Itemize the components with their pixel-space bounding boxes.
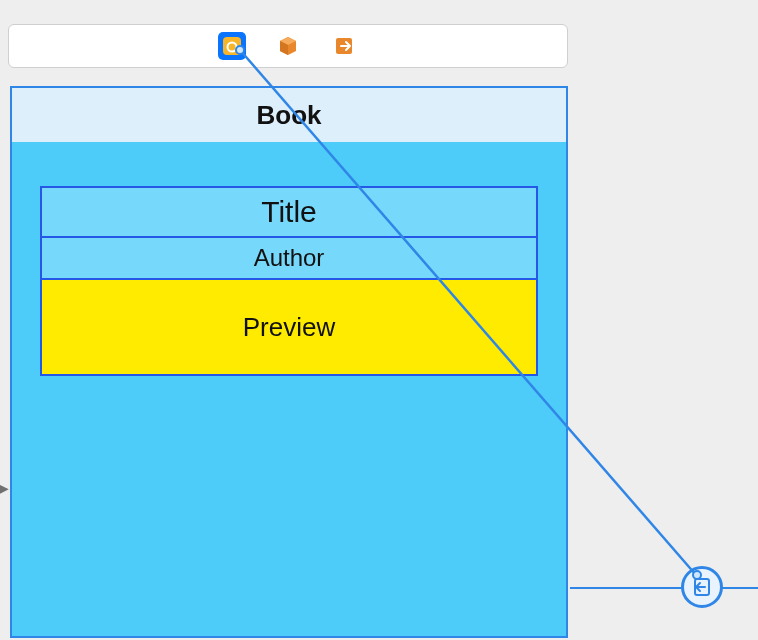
toolbar (8, 24, 568, 68)
panel-title: Book (257, 100, 322, 131)
chevron-left-icon: ▶ (0, 480, 9, 496)
title-label: Title (261, 195, 317, 229)
panel-header: Book (12, 88, 566, 142)
panel-body[interactable]: Title Author Preview (12, 142, 566, 636)
object-cube-icon[interactable] (274, 32, 302, 60)
field-stack: Title Author Preview (40, 186, 538, 376)
view-controller-canvas[interactable]: Book Title Author Preview (10, 86, 568, 638)
storyboard-reference-node[interactable] (681, 566, 723, 608)
segue-line (570, 587, 758, 589)
title-field[interactable]: Title (42, 188, 536, 236)
author-field[interactable]: Author (42, 236, 536, 278)
exit-icon[interactable] (330, 32, 358, 60)
connection-start-dot (235, 45, 245, 55)
preview-label: Preview (243, 312, 335, 343)
author-label: Author (254, 244, 325, 272)
connection-end-dot (692, 570, 702, 580)
preview-field[interactable]: Preview (42, 278, 536, 374)
